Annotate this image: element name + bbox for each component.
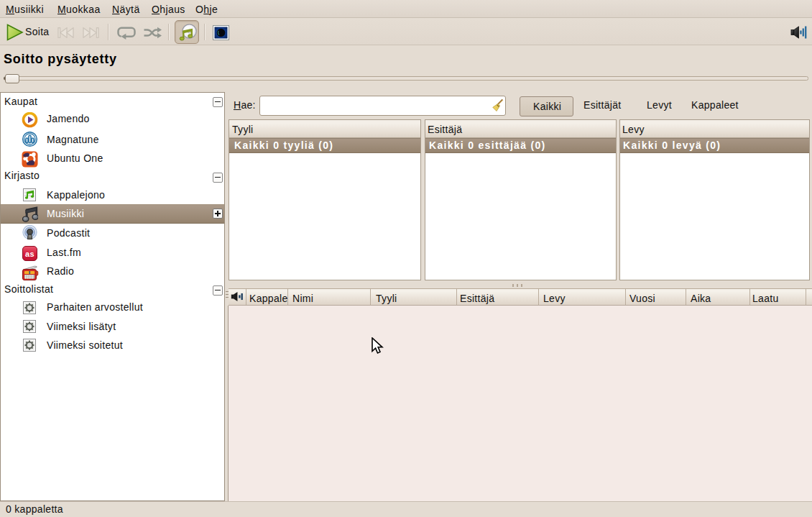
svg-text:as: as <box>25 250 34 258</box>
